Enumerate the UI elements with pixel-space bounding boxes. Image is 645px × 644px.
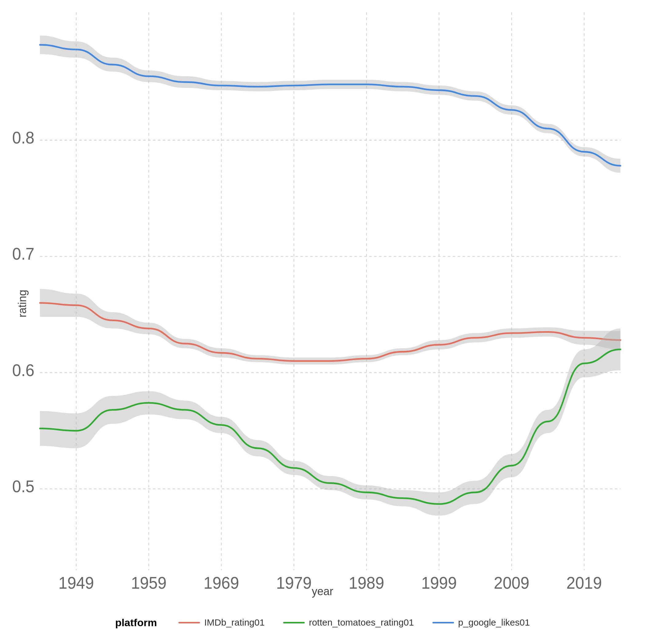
chart-svg: 0.50.60.70.81949195919691979198919992009… xyxy=(40,12,620,570)
legend-item-imdb: IMDb_rating01 xyxy=(179,617,265,628)
svg-text:0.5: 0.5 xyxy=(12,477,34,496)
legend-label-google: p_google_likes01 xyxy=(458,617,530,628)
legend-line-google xyxy=(432,622,454,623)
svg-text:0.8: 0.8 xyxy=(12,128,34,147)
svg-text:2009: 2009 xyxy=(494,573,529,592)
svg-text:1969: 1969 xyxy=(204,573,239,592)
svg-text:1959: 1959 xyxy=(131,573,167,592)
legend-line-imdb xyxy=(179,622,200,623)
svg-text:1979: 1979 xyxy=(276,573,312,592)
svg-text:2019: 2019 xyxy=(566,573,602,592)
svg-text:1999: 1999 xyxy=(421,573,457,592)
legend-label-imdb: IMDb_rating01 xyxy=(204,617,265,628)
legend-item-rt: rotten_tomatoes_rating01 xyxy=(283,617,414,628)
legend-area: platform IMDb_rating01 rotten_tomatoes_r… xyxy=(0,607,645,644)
legend-label-rt: rotten_tomatoes_rating01 xyxy=(309,617,414,628)
legend-title: platform xyxy=(115,617,157,629)
svg-text:0.7: 0.7 xyxy=(12,244,34,263)
svg-text:1949: 1949 xyxy=(58,573,94,592)
y-axis-label: rating xyxy=(16,290,29,317)
chart-area: rating year 0.50.60.70.81949195919691979… xyxy=(0,0,645,607)
x-axis-label: year xyxy=(312,585,333,598)
svg-text:0.6: 0.6 xyxy=(12,360,34,379)
svg-text:1989: 1989 xyxy=(349,573,384,592)
chart-container: rating year 0.50.60.70.81949195919691979… xyxy=(0,0,645,644)
plot-area: 0.50.60.70.81949195919691979198919992009… xyxy=(40,12,620,570)
legend-item-google: p_google_likes01 xyxy=(432,617,530,628)
legend-line-rt xyxy=(283,622,305,623)
